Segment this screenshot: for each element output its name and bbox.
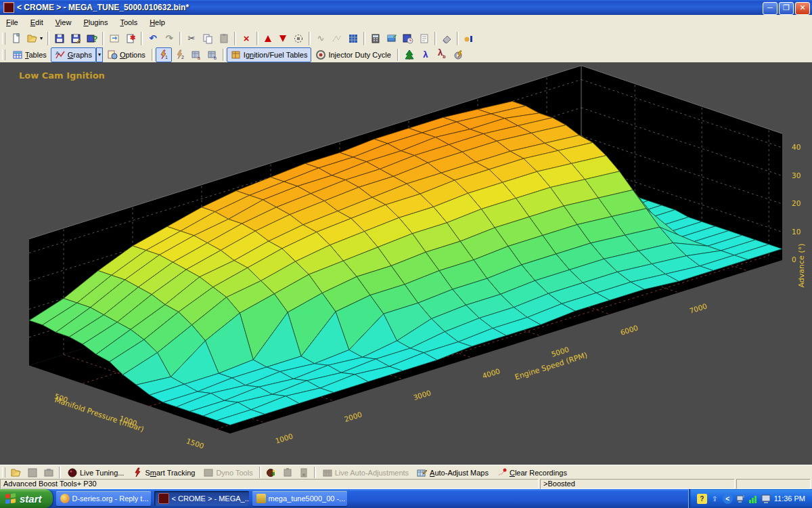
lambda-button[interactable]: λ <box>418 47 434 62</box>
tree-view-button[interactable] <box>401 47 418 62</box>
interpolate-button[interactable] <box>329 31 345 46</box>
graphs-button[interactable]: A Graphs <box>51 47 96 62</box>
toolbar-grip[interactable] <box>2 33 5 45</box>
menu-tools[interactable]: Tools <box>114 16 143 28</box>
close-button[interactable]: ✕ <box>795 2 810 15</box>
playback-gray-icon <box>298 467 309 478</box>
lambda-icon: λ <box>420 49 431 60</box>
network-pc-icon[interactable] <box>736 494 746 504</box>
select-region-icon <box>293 33 304 44</box>
minimize-button[interactable]: ─ <box>763 2 777 15</box>
smart-tracking-icon <box>132 467 143 478</box>
ignition-3d-graph[interactable]: 010203040Advance (°)10002000300040005000… <box>0 62 812 465</box>
rpm-tick-label: 3000 <box>412 388 432 401</box>
pressure-tick-label: 1500 <box>185 437 205 450</box>
export-session-button[interactable] <box>41 465 57 480</box>
signal-strength-icon[interactable] <box>748 494 759 504</box>
injector-duty-cycle-button[interactable]: Injector Duty Cycle <box>311 47 394 62</box>
copy-button[interactable] <box>200 31 216 46</box>
value-up-icon <box>265 35 271 42</box>
menu-view[interactable]: View <box>49 16 78 28</box>
map-edit-button[interactable] <box>384 31 400 46</box>
lambda-boost-button[interactable]: λb <box>434 47 450 62</box>
app-icon <box>3 2 14 13</box>
save-session-button[interactable] <box>400 31 416 46</box>
status-bar: Advanced Boost Tools+ P30 >Boosted <box>0 479 812 489</box>
playback-button[interactable] <box>296 465 312 480</box>
save-button[interactable] <box>51 31 68 46</box>
taskbar-task-browser[interactable]: D-series.org - Reply t... <box>56 491 151 506</box>
new-file-button[interactable] <box>8 31 24 46</box>
toolbar-grip[interactable] <box>2 467 5 478</box>
open-session-button[interactable] <box>8 465 24 480</box>
live-tuning-icon <box>67 467 78 478</box>
calculator-button[interactable] <box>367 31 384 46</box>
tree-icon <box>404 49 415 60</box>
taskbar-task-tuner[interactable]: mega_tune5000_00 -... <box>252 491 347 506</box>
taskbar-clock[interactable]: 11:36 PM <box>774 494 805 503</box>
save-as-button[interactable] <box>68 31 84 46</box>
tables-button[interactable]: Tables <box>8 47 51 62</box>
clear-recordings-button[interactable]: Clear Recordings <box>493 465 571 480</box>
surface-plot[interactable]: 010203040Advance (°)10002000300040005000… <box>0 62 812 465</box>
menu-help[interactable]: Help <box>143 16 171 28</box>
menu-bar: File Edit View Plugins Tools Help <box>0 15 812 30</box>
title-bar[interactable]: < CROME > - MEGA_TUNE_5000.010632.bin* ─… <box>0 0 812 15</box>
auto-adjust-maps-button[interactable]: Auto-Adjust Maps <box>413 465 493 480</box>
display-icon[interactable] <box>761 494 771 504</box>
dyno-tools-button[interactable]: Dyno Tools <box>199 465 256 480</box>
open-file-button[interactable]: ▾ <box>24 31 45 46</box>
redo-button[interactable]: ↷ <box>161 31 177 46</box>
save-icon <box>54 33 65 44</box>
tuner-icon <box>256 494 266 503</box>
close-file-button[interactable]: ✱ <box>122 31 139 46</box>
compare-icon <box>464 33 474 44</box>
update-arrow-icon[interactable]: ⇪ <box>710 494 720 504</box>
options-button[interactable]: Options <box>103 47 150 62</box>
delete-button[interactable]: × <box>238 31 254 46</box>
table-high-cam-button[interactable]: b <box>204 47 221 62</box>
undo-button[interactable]: ↶ <box>145 31 161 46</box>
save-session-button-2[interactable] <box>24 465 41 480</box>
restore-button[interactable]: ❐ <box>779 2 794 15</box>
compare-button[interactable] <box>461 31 477 46</box>
menu-plugins[interactable]: Plugins <box>77 16 114 28</box>
interpolate-icon <box>332 33 342 44</box>
ignition-fuel-tables-button[interactable]: Ignition/Fuel Tables <box>227 47 312 62</box>
import-table-button[interactable] <box>106 31 122 46</box>
decrease-value-button[interactable] <box>275 31 290 46</box>
smart-tracking-button[interactable]: Smart Tracking <box>128 465 199 480</box>
select-region-button[interactable] <box>290 31 307 46</box>
taskbar-task-crome[interactable]: < CROME > - MEGA_... <box>154 491 249 506</box>
increase-value-button[interactable] <box>261 31 275 46</box>
menu-edit[interactable]: Edit <box>24 16 49 28</box>
graph-title: Low Cam Ignition <box>19 70 105 81</box>
system-tray: ? ⇪ < 11:36 PM <box>688 489 812 508</box>
graphs-icon: A <box>55 49 66 60</box>
table-low-cam-button[interactable]: a <box>188 47 204 62</box>
paste-icon <box>219 33 229 44</box>
cut-button[interactable]: ✂ <box>183 31 200 46</box>
menu-file[interactable]: File <box>0 16 24 28</box>
new-file-icon <box>11 33 22 44</box>
table-grid-button[interactable] <box>345 31 361 46</box>
datalog-button[interactable] <box>263 465 279 480</box>
fuel-table-2-icon: b <box>207 49 218 60</box>
record-button[interactable] <box>279 465 296 480</box>
help-question-icon[interactable]: ? <box>697 494 707 504</box>
paste-button[interactable] <box>216 31 232 46</box>
view-notes-button[interactable] <box>416 31 432 46</box>
table-grid-icon <box>348 33 359 44</box>
save-verify-button[interactable]: ? <box>84 31 100 46</box>
graph-low-cam-button[interactable]: 1 <box>156 47 172 62</box>
graphs-dropdown[interactable]: ▾ <box>96 47 103 62</box>
toolbar-grip[interactable] <box>2 49 5 60</box>
start-button[interactable]: start <box>0 489 53 508</box>
auto-tune-button[interactable] <box>450 47 466 62</box>
bluetooth-icon[interactable]: < <box>723 494 733 504</box>
eraser-button[interactable] <box>438 31 455 46</box>
live-auto-adjustments-button[interactable]: Live Auto-Adjustments <box>318 465 413 480</box>
live-tuning-button[interactable]: Live Tuning... <box>63 465 128 480</box>
smooth-curve-button[interactable]: ∿ <box>313 31 329 46</box>
graph-high-cam-button[interactable]: 2 <box>172 47 188 62</box>
